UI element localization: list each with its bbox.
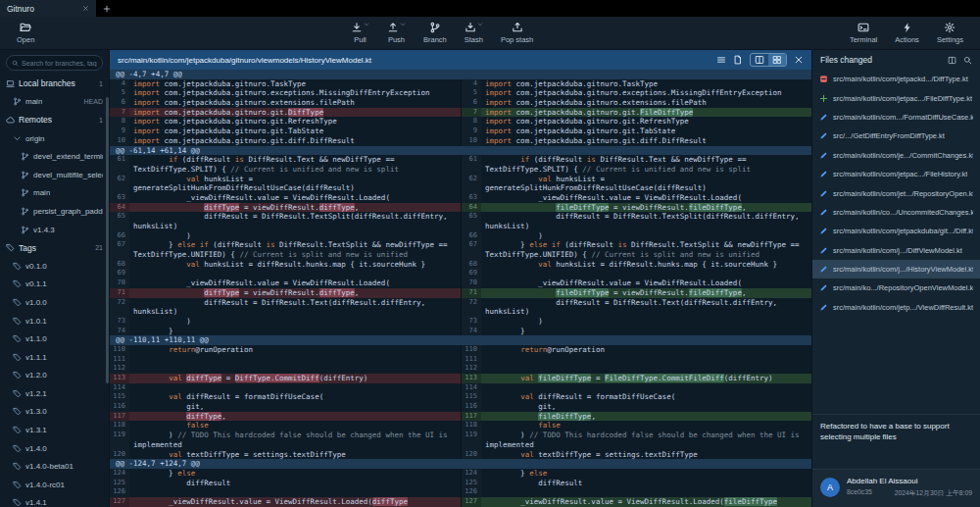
- file-row[interactable]: src/main/kotlin/com/j.../HistoryViewMode…: [812, 260, 980, 279]
- line-number: 117: [110, 412, 129, 422]
- line-number: 9: [462, 127, 481, 136]
- code-text: val diffResult = formatDiffUseCase(: [129, 392, 461, 402]
- file-row[interactable]: src/main/kotlin/com/jetpackd.../DiffType…: [812, 70, 980, 88]
- line-number: [462, 307, 481, 317]
- file-row[interactable]: src/main/kotlin/com/jet.../RepositoryOpe…: [812, 183, 980, 202]
- file-path: src/main/ko.../RepositoryOpenViewModel.k…: [833, 283, 973, 292]
- line-number: 115: [462, 392, 481, 402]
- sidebar-item-v1-0-1[interactable]: v1.0.1: [0, 312, 109, 330]
- sidebar-item-v1-2-0[interactable]: v1.2.0: [0, 367, 109, 385]
- file-path: src/main/kotlin/com/jetpackd.../DiffType…: [833, 75, 968, 83]
- line-number: 112: [110, 364, 129, 374]
- tag-icon: [13, 334, 22, 343]
- file-row[interactable]: src/main/kotlin/com/je.../CommitChanges.…: [812, 146, 980, 165]
- sidebar-scrollbar[interactable]: [106, 97, 109, 383]
- file-row[interactable]: src/main/ko.../RepositoryOpenViewModel.k…: [812, 279, 980, 297]
- sidebar-item-v1-4-3[interactable]: v1.4.3: [0, 221, 109, 239]
- close-tab-icon[interactable]: [82, 5, 89, 12]
- sidebar-item-label: v1.0.1: [25, 317, 47, 326]
- sidebar-item-v1-2-1[interactable]: v1.2.1: [0, 384, 109, 403]
- push-button[interactable]: Push: [378, 17, 415, 49]
- tag-icon: [13, 298, 22, 307]
- settings-button[interactable]: Settings: [928, 17, 972, 49]
- branch-button[interactable]: Branch: [415, 17, 456, 49]
- line-number: 73: [462, 317, 481, 327]
- lightning-icon: [902, 22, 913, 33]
- file-row[interactable]: src/main/kotlin/co.../UncommitedChanges.…: [812, 203, 980, 222]
- pop-stash-button[interactable]: Pop stash: [492, 17, 542, 49]
- file-row[interactable]: src/main/kotlin/com/jetpackduba/git.../D…: [812, 222, 980, 240]
- sidebar-item-v1-4-0-beta01[interactable]: v1.4.0-beta01: [0, 457, 109, 476]
- sidebar-item-devel-multifile-select[interactable]: devel_multifile_select: [0, 166, 109, 184]
- line-number: 117: [462, 412, 481, 422]
- diff-line-row: 125 diffResult125 diffResult: [110, 479, 811, 488]
- sidebar-item-v1-0-0[interactable]: v1.0.0: [0, 293, 109, 312]
- code-text: diffResult = DiffResult.Text(diffResult.…: [481, 298, 811, 308]
- line-number: 116: [462, 402, 481, 412]
- sidebar-item-v0-1-0[interactable]: v0.1.0: [0, 257, 109, 276]
- search-input[interactable]: [22, 60, 97, 67]
- file-row[interactable]: src/main/kotlin/com/j.../DiffViewModel.k…: [812, 241, 980, 260]
- code-text: diffType = viewDiffResult.diffType,: [129, 288, 461, 298]
- chevron-down-icon: [400, 22, 406, 27]
- diff-line-row: hunksList)hunksList): [110, 222, 811, 231]
- sidebar-section-remotes[interactable]: Remotes1: [0, 111, 109, 129]
- code-text: if (diffResult is DiffResult.Text && new…: [481, 155, 811, 165]
- branch-search[interactable]: [6, 55, 103, 71]
- line-number: 68: [462, 260, 481, 270]
- stash-button[interactable]: Stash: [456, 17, 492, 49]
- open-button[interactable]: Open: [8, 17, 43, 49]
- sidebar-item-v1-3-0[interactable]: v1.3.0: [0, 403, 109, 422]
- tab-gitnuro[interactable]: Gitnuro: [0, 0, 96, 17]
- terminal-button[interactable]: Terminal: [841, 17, 886, 49]
- line-number: 72: [462, 298, 481, 308]
- file-row[interactable]: src/main/kotlin/com/jetpac.../FileDiffTy…: [812, 88, 980, 107]
- sidebar-item-v1-1-1[interactable]: v1.1.1: [0, 348, 109, 367]
- sidebar-section-local-branches[interactable]: Local branches1: [0, 75, 109, 93]
- diff-line-row: 4import com.jetpackduba.gitnuro.TaskType…: [110, 79, 811, 89]
- unified-view-icon[interactable]: [716, 55, 726, 65]
- sidebar-item-main[interactable]: mainHEAD: [0, 93, 109, 112]
- file-search-icon[interactable]: [963, 56, 972, 65]
- actions-button[interactable]: Actions: [886, 17, 928, 49]
- split-view-icon[interactable]: [948, 56, 956, 65]
- sidebar-item-v1-4-1[interactable]: v1.4.1: [0, 494, 109, 507]
- grid-view-icon[interactable]: [768, 54, 786, 66]
- sidebar-item-persist-graph-paddin[interactable]: persist_graph_paddin: [0, 202, 109, 221]
- modified-file-icon: [819, 151, 828, 160]
- sidebar-item-main[interactable]: main: [0, 184, 109, 203]
- commit-meta: Abdellah El Aissaoui 8ce0c35 2024年12月30日…: [847, 477, 972, 498]
- line-number: 6: [462, 98, 481, 108]
- sidebar-item-v1-4-0[interactable]: v1.4.0: [0, 439, 109, 458]
- code-text: [481, 383, 811, 393]
- file-row[interactable]: src/.../GetDiffEntryFromDiffType.kt: [812, 127, 980, 145]
- line-number: 70: [110, 279, 129, 288]
- added-file-icon: [819, 94, 828, 103]
- file-row[interactable]: src/main/kotlin/com/jetp.../ViewDiffResu…: [812, 298, 980, 317]
- sidebar-item-origin[interactable]: origin: [0, 129, 109, 148]
- line-number: 72: [110, 298, 129, 308]
- code-text: implemented: [129, 440, 461, 450]
- sidebar-item-v1-3-1[interactable]: v1.3.1: [0, 421, 109, 439]
- new-tab-button[interactable]: [96, 0, 118, 17]
- code-text: implemented: [481, 440, 811, 450]
- code-text: git,: [129, 402, 461, 412]
- tag-icon: [13, 262, 22, 271]
- code-text: import com.jetpackduba.gitnuro.TaskType: [129, 79, 461, 89]
- close-diff-icon[interactable]: [794, 55, 804, 65]
- file-row[interactable]: src/main/kotlin/com/jetpac.../FileHistor…: [812, 165, 980, 183]
- file-row[interactable]: src/main/kotlin/com.../FormatDiffUseCase…: [812, 108, 980, 127]
- sidebar-item-v0-1-1[interactable]: v0.1.1: [0, 276, 109, 294]
- sidebar-item-devel-extend-termina[interactable]: devel_extend_termina: [0, 147, 109, 166]
- pull-button[interactable]: Pull: [342, 17, 378, 49]
- files-changed-header: Files changed: [812, 50, 980, 70]
- columns-view-icon[interactable]: [751, 54, 768, 66]
- sidebar-section-tags[interactable]: Tags21: [0, 238, 109, 257]
- sidebar-item-v1-1-0[interactable]: v1.1.0: [0, 330, 109, 348]
- code-text: val hunksList = diffResult.hunks.map { i…: [129, 260, 461, 270]
- line-number: 120: [110, 450, 129, 460]
- document-view-icon[interactable]: [733, 55, 743, 65]
- sidebar-item-v1-4-0-rc01[interactable]: v1.4.0-rc01: [0, 476, 109, 494]
- line-number: 71: [110, 288, 129, 298]
- diff-panel: src/main/kotlin/com/jetpackduba/gitnuro/…: [110, 50, 811, 507]
